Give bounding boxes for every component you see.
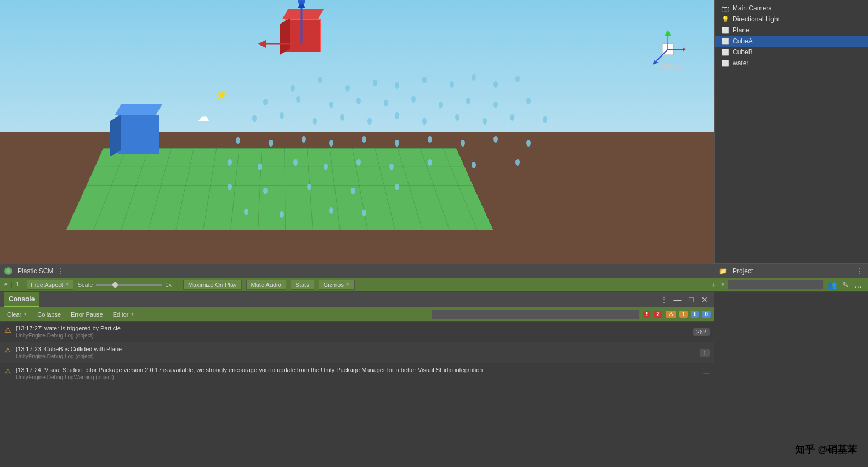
console-tab[interactable]: Console [4,292,39,307]
cube-a [280,11,324,52]
clear-button[interactable]: Clear ▼ [3,310,31,319]
project-search-input[interactable] [728,280,824,290]
gizmos-dropdown-arrow: ▼ [345,282,350,287]
project-icon-btn1[interactable]: 👥 [826,280,838,290]
editor-label: Editor [113,311,129,318]
warning-badge: ⚠ [666,311,676,318]
plastic-menu-dots[interactable]: ⋮ [56,267,64,275]
add-button[interactable]: + [710,280,718,290]
gizmos-button[interactable]: Gizmos ▼ [319,280,355,290]
hierarchy-item-cube-b[interactable]: ⬜ CubeB [715,47,868,58]
console-menu-dots[interactable]: ⋮ [660,295,668,304]
project-icon-btn3[interactable]: … [853,280,864,290]
hierarchy-item-label: Main Camera [733,4,772,12]
console-title: Console [9,295,35,303]
gizmos-label: Gizmos [324,282,344,288]
folder-icon: 📁 [719,267,727,275]
aspect-dropdown-arrow: ▼ [65,282,70,287]
msg-content-1: [13:17:23] CubeB is Collided with Plane … [16,346,695,359]
scale-label: Scale [78,282,93,288]
console-message-0[interactable]: ⚠ [13:17:27] water is triggered by Parti… [0,322,714,342]
warning-icon-1: ⚠ [4,346,12,355]
toolbar-prefix: e [4,282,12,288]
bottom-panels: Console ⋮ — □ ✕ Clear ▼ Collapse Error P… [0,292,868,467]
clear-label: Clear [7,311,21,318]
svg-marker-12 [665,30,671,36]
error-count-badge: 2 [654,311,662,318]
msg-text-1: [13:17:23] CubeB is Collided with Plane [16,346,695,352]
hierarchy-item-water[interactable]: ⬜ water [715,58,868,69]
scale-thumb [112,282,118,288]
msg-count-2 [703,373,710,374]
hierarchy-item-label: Plane [733,26,750,34]
cubeb-icon: ⬜ [722,49,729,56]
editor-dropdown-arrow: ▼ [130,312,134,317]
info-count-badge: 0 [702,311,711,318]
hierarchy-item-directional-light[interactable]: 💡 Directional Light [715,14,868,25]
msg-count-0: 262 [693,328,710,336]
combined-bar: Plastic SCM ⋮ 📁 Project ⋮ [0,263,868,278]
persp-label: ◄ Persp [658,63,682,70]
plastic-scm-bar: Plastic SCM ⋮ [0,267,714,275]
hierarchy-item-label: water [733,59,748,67]
error-badge: ! [643,311,650,318]
hierarchy-item-main-camera[interactable]: 📷 Main Camera [715,3,868,14]
hierarchy-item-cube-a[interactable]: ⬜ CubeA [715,36,868,47]
console-search-input[interactable] [432,310,640,319]
msg-count-1: 1 [700,349,710,357]
console-message-1[interactable]: ⚠ [13:17:23] CubeB is Collided with Plan… [0,342,714,363]
svg-line-10 [654,49,668,63]
scale-control: Scale 1x [78,282,172,288]
warning-icon-0: ⚠ [4,325,12,334]
stats-button[interactable]: Stats [291,280,314,290]
editor-button[interactable]: Editor ▼ [109,310,139,319]
msg-text-2: [13:17:24] Visual Studio Editor Package … [16,367,699,373]
collapse-button[interactable]: Collapse [33,310,65,319]
top-area: ◄ Persp ☀ ☁ [0,0,868,263]
hierarchy-item-plane[interactable]: ⬜ Plane [715,25,868,36]
game-toolbar: e 1 Free Aspect ▼ Scale 1x Maximize On P… [0,278,868,292]
cube-b-top [115,104,162,115]
console-messages[interactable]: ⚠ [13:17:27] water is triggered by Parti… [0,322,714,467]
project-menu-dots[interactable]: ⋮ [856,267,864,275]
scale-value: 1x [165,282,172,288]
cube-b-side [110,115,121,157]
project-bar-section: 📁 Project ⋮ [714,267,868,275]
sky-background [0,0,714,145]
cube-a-side [280,19,290,55]
console-minimize[interactable]: — [672,295,683,305]
water-icon: ⬜ [722,60,729,67]
svg-marker-7 [683,47,686,52]
scale-slider[interactable] [96,284,162,286]
msg-sub-2: UnityEngine.Debug:LogWarning (object) [16,374,699,380]
error-pause-button[interactable]: Error Pause [67,310,107,319]
hierarchy-item-label: CubeB [733,48,753,56]
console-message-2[interactable]: ⚠ [13:17:24] Visual Studio Editor Packag… [0,363,714,384]
scene-viewport[interactable]: ◄ Persp ☀ ☁ [0,0,714,263]
warning-count-badge: 1 [679,311,688,318]
project-label: Project [733,267,753,275]
console-close[interactable]: ✕ [700,295,710,305]
clear-dropdown-arrow: ▼ [23,312,27,317]
cube-b-front [118,115,159,154]
msg-sub-0: UnityEngine.Debug:Log (object) [16,333,689,339]
console-panel: Console ⋮ — □ ✕ Clear ▼ Collapse Error P… [0,292,714,467]
cubea-icon: ⬜ [722,38,729,45]
maximize-on-play-button[interactable]: Maximize On Play [183,280,242,290]
camera-icon: 📷 [722,5,729,12]
warning-icon-2: ⚠ [4,367,12,376]
add-dropdown[interactable]: ▼ [720,282,725,288]
hierarchy-panel: 📷 Main Camera 💡 Directional Light ⬜ Plan… [714,0,868,263]
hierarchy-item-label: Directional Light [733,15,780,23]
hierarchy-list: 📷 Main Camera 💡 Directional Light ⬜ Plan… [715,0,868,71]
console-maximize[interactable]: □ [688,295,695,305]
light-icon: 💡 [722,16,729,23]
msg-text-0: [13:17:27] water is triggered by Particl… [16,325,689,331]
cloud-icon: ☁ [197,110,209,124]
aspect-dropdown[interactable]: Free Aspect ▼ [27,280,73,290]
msg-sub-1: UnityEngine.Debug:Log (object) [16,353,695,359]
project-search-area: + ▼ 👥 ✎ … [710,280,864,290]
mute-audio-button[interactable]: Mute Audio [246,280,286,290]
project-icon-btn2[interactable]: ✎ [841,280,850,290]
cube-a-top [282,9,324,19]
